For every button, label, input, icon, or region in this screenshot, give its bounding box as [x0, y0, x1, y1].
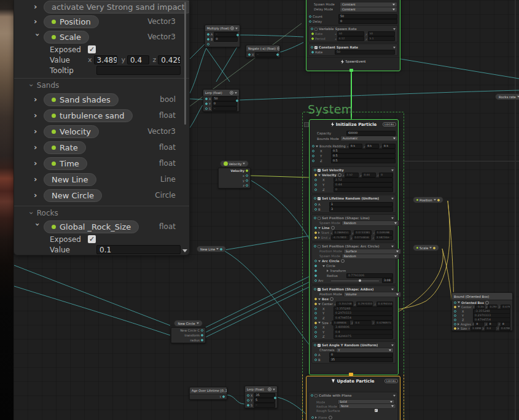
- velocity-y[interactable]: 0.44: [362, 173, 376, 177]
- scale-x-field[interactable]: 3.48980: [94, 55, 118, 64]
- expand-icon[interactable]: [322, 265, 325, 267]
- chevron-right-icon[interactable]: ›: [34, 128, 41, 135]
- input-port[interactable]: [311, 33, 314, 35]
- input-port[interactable]: [207, 33, 209, 36]
- input-port[interactable]: [314, 354, 317, 356]
- input-port[interactable]: [314, 179, 317, 181]
- expand-icon[interactable]: [458, 301, 460, 303]
- collapse-icon[interactable]: [391, 198, 394, 200]
- delay-mode-dropdown[interactable]: Constant: [340, 7, 397, 12]
- spawn-context[interactable]: Spawn ModeConstant Delay ModeConstant Co…: [306, 0, 400, 71]
- input-port[interactable]: [454, 314, 456, 317]
- y-field[interactable]: 5: [254, 398, 275, 403]
- rocks-rate-param-node[interactable]: Rocks rate: [495, 93, 519, 100]
- input-port[interactable]: [248, 53, 251, 56]
- arc-field[interactable]: 3.08: [382, 278, 393, 283]
- block-enabled-checkbox[interactable]: [314, 28, 318, 31]
- x-field[interactable]: 35: [254, 393, 275, 398]
- block-enabled-checkbox[interactable]: [314, 46, 318, 49]
- collapse-icon[interactable]: [434, 199, 436, 201]
- b-field[interactable]: 0: [214, 37, 238, 42]
- input-port[interactable]: [314, 308, 317, 310]
- input-port[interactable]: [247, 394, 249, 397]
- x-field[interactable]: 2.52: [334, 177, 393, 182]
- center-y[interactable]: 0.2970333: [356, 301, 373, 306]
- collapse-icon[interactable]: [393, 28, 396, 30]
- input-port[interactable]: [314, 208, 317, 211]
- expand-icon[interactable]: [318, 174, 321, 176]
- rate-y-field[interactable]: 50: [368, 31, 395, 36]
- param-row-position[interactable]: › Position Vector3: [14, 14, 189, 29]
- expand-icon[interactable]: [318, 260, 321, 262]
- update-particle-context[interactable]: Update Particle LOCAL Collide with Plane…: [306, 376, 400, 420]
- param-pill[interactable]: Global _Rock_Size: [44, 220, 139, 233]
- collapse-icon[interactable]: [429, 247, 432, 249]
- block-enabled-checkbox[interactable]: [318, 197, 321, 200]
- output-port[interactable]: [246, 174, 248, 177]
- output-port[interactable]: [236, 34, 239, 36]
- input-port[interactable]: [205, 103, 208, 105]
- new-circle-param-node[interactable]: New Circle New Circle C transform radius: [171, 320, 206, 343]
- input-port[interactable]: [314, 279, 317, 282]
- param-row-activate-sand-impact[interactable]: › activate Very Strong sand impact bool: [14, 0, 189, 14]
- input-port[interactable]: [247, 404, 249, 406]
- set-velocity-block[interactable]: Set Velocity Velocity 2.52 0.44 0 X2.52 …: [311, 166, 396, 193]
- input-port[interactable]: [314, 236, 317, 239]
- block-port[interactable]: [311, 28, 313, 30]
- set-position-aabox-block[interactable]: Set Position (Shape: AABox) Position Mod…: [311, 286, 396, 340]
- collapse-icon[interactable]: [393, 47, 396, 49]
- output-port[interactable]: [201, 329, 203, 332]
- blackboard-scrollbar[interactable]: [184, 2, 186, 125]
- velocity-z[interactable]: 0: [379, 173, 393, 177]
- bounds-mode-dropdown[interactable]: Automatic: [340, 136, 398, 141]
- expand-right-icon[interactable]: [327, 270, 329, 272]
- chevron-right-icon[interactable]: ›: [34, 96, 41, 103]
- count-field[interactable]: 50: [338, 14, 397, 19]
- context-header[interactable]: Update Particle LOCAL: [306, 376, 400, 386]
- end-z[interactable]: 3.58234e-: [375, 235, 393, 240]
- expand-icon[interactable]: [318, 298, 321, 300]
- velocity-param-node[interactable]: Velocity Velocity x y z: [218, 160, 251, 189]
- expand-icon[interactable]: [318, 322, 321, 324]
- input-port[interactable]: [311, 37, 314, 40]
- b-field[interactable]: 3: [329, 207, 393, 212]
- collapse-icon[interactable]: [391, 246, 394, 247]
- collapse-icon[interactable]: [235, 92, 237, 94]
- block-enabled-checkbox[interactable]: [318, 169, 321, 172]
- collapse-icon[interactable]: [235, 28, 238, 29]
- start-y[interactable]: 0.0733381: [354, 230, 372, 235]
- set-angle-y-random-block[interactable]: Set Angle Y Random (Uniform) ChannelsY A…: [311, 341, 396, 364]
- set-position-line-block[interactable]: Set Position (Shape: Line) Spawn ModeRan…: [311, 214, 396, 241]
- chevron-down-icon[interactable]: ›: [34, 223, 41, 230]
- input-port[interactable]: [454, 327, 456, 330]
- s-field[interactable]: –: [254, 403, 275, 408]
- input-port[interactable]: [314, 231, 317, 234]
- size-x[interactable]: 3.4898: [470, 326, 482, 331]
- arc-slider[interactable]: [331, 281, 379, 281]
- padding-x-field[interactable]: 0.5: [331, 149, 396, 154]
- param-row-time[interactable]: › Time float: [14, 155, 189, 171]
- param-pill[interactable]: New Line: [44, 173, 96, 186]
- chevron-down-icon[interactable]: ›: [27, 84, 36, 87]
- block-port[interactable]: [314, 169, 316, 171]
- y-field[interactable]: 0: [212, 101, 237, 106]
- s-field[interactable]: –: [212, 106, 237, 111]
- start-z[interactable]: 0.049598: [375, 230, 393, 235]
- param-pill[interactable]: Velocity: [44, 125, 99, 138]
- spawn-flow-output-anchor[interactable]: [349, 69, 353, 72]
- output-port[interactable]: [433, 247, 435, 249]
- age-over-lifetime-node[interactable]: Age Over Lifetime [0..1] t: [189, 387, 227, 400]
- block-port[interactable]: [311, 46, 313, 49]
- param-row-new-line[interactable]: › New Line Line: [14, 171, 189, 187]
- input-port[interactable]: [454, 310, 456, 313]
- input-port[interactable]: [207, 38, 209, 41]
- input-port[interactable]: [314, 312, 317, 314]
- expand-right-icon[interactable]: [458, 327, 459, 330]
- scale-z-field[interactable]: 0.42969: [158, 55, 181, 64]
- output-port[interactable]: [276, 53, 279, 56]
- chevron-right-icon[interactable]: ›: [34, 176, 41, 183]
- end-x[interactable]: -4.757803: [331, 235, 349, 240]
- scroll-down-arrow-icon[interactable]: [182, 249, 187, 252]
- center-z[interactable]: 0.4794554: [377, 301, 393, 306]
- context-header[interactable]: Initialize Particle LOCAL: [310, 120, 398, 129]
